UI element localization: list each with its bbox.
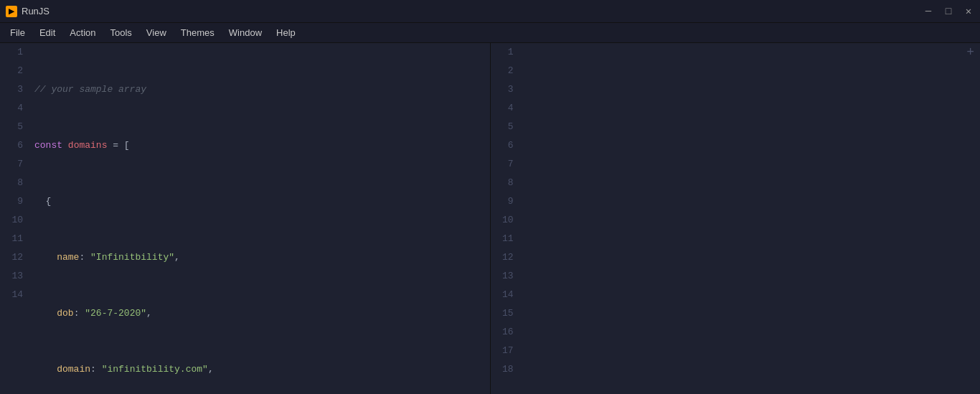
right-line-numbers: 1 2 3 4 5 6 7 8 9 10 11 12 13 14 15 16 1… bbox=[491, 43, 519, 394]
line-num-4: 4 bbox=[6, 99, 23, 118]
r-line-num-10: 10 bbox=[496, 211, 514, 230]
r-line-num-2: 2 bbox=[496, 62, 514, 80]
r-code-line-2 bbox=[525, 136, 975, 155]
line-num-8: 8 bbox=[6, 174, 23, 192]
r-code-line-3 bbox=[525, 192, 975, 211]
line-num-11: 11 bbox=[6, 230, 23, 248]
line-num-5: 5 bbox=[6, 118, 23, 136]
r-code-line-4 bbox=[525, 248, 975, 267]
r-line-num-18: 18 bbox=[496, 360, 514, 379]
code-line-3: { bbox=[34, 192, 484, 211]
menu-view[interactable]: View bbox=[139, 24, 174, 41]
left-code-content[interactable]: // your sample array const domains = [ {… bbox=[29, 43, 490, 394]
r-line-num-12: 12 bbox=[496, 248, 514, 267]
r-line-num-8: 8 bbox=[496, 174, 514, 192]
r-line-num-14: 14 bbox=[496, 286, 514, 304]
r-code-line-5 bbox=[525, 304, 975, 323]
code-line-5: dob: "26-7-2020", bbox=[34, 304, 484, 323]
app-icon: ▶ bbox=[6, 6, 17, 17]
line-num-1: 1 bbox=[6, 43, 23, 62]
r-line-num-11: 11 bbox=[496, 230, 514, 248]
menu-edit[interactable]: Edit bbox=[32, 24, 62, 41]
code-line-1: // your sample array bbox=[34, 80, 484, 99]
r-line-num-7: 7 bbox=[496, 155, 514, 174]
line-num-9: 9 bbox=[6, 192, 23, 211]
menu-window[interactable]: Window bbox=[222, 24, 269, 41]
r-line-num-3: 3 bbox=[496, 80, 514, 99]
menu-action[interactable]: Action bbox=[62, 24, 103, 41]
r-code-line-1 bbox=[525, 80, 975, 99]
r-line-num-13: 13 bbox=[496, 267, 514, 286]
right-editor-pane: 1 2 3 4 5 6 7 8 9 10 11 12 13 14 15 16 1… bbox=[491, 43, 981, 394]
line-num-2: 2 bbox=[6, 62, 23, 80]
left-code-area: 1 2 3 4 5 6 7 8 9 10 11 12 13 14 // your… bbox=[0, 43, 490, 394]
menu-tools[interactable]: Tools bbox=[103, 24, 139, 41]
line-num-10: 10 bbox=[6, 211, 23, 230]
code-line-6: domain: "infinitbility.com", bbox=[34, 360, 484, 379]
r-line-num-17: 17 bbox=[496, 342, 514, 360]
menu-file[interactable]: File bbox=[3, 24, 32, 41]
menu-help[interactable]: Help bbox=[269, 24, 303, 41]
r-line-num-9: 9 bbox=[496, 192, 514, 211]
r-line-num-16: 16 bbox=[496, 323, 514, 342]
left-editor-pane[interactable]: 1 2 3 4 5 6 7 8 9 10 11 12 13 14 // your… bbox=[0, 43, 491, 394]
menu-bar: File Edit Action Tools View Themes Windo… bbox=[0, 23, 980, 43]
line-num-3: 3 bbox=[6, 80, 23, 99]
add-pane-button[interactable]: + bbox=[966, 43, 974, 62]
right-code-area: 1 2 3 4 5 6 7 8 9 10 11 12 13 14 15 16 1… bbox=[491, 43, 981, 394]
code-line-2: const domains = [ bbox=[34, 136, 484, 155]
menu-themes[interactable]: Themes bbox=[174, 24, 222, 41]
r-line-num-1: 1 bbox=[496, 43, 514, 62]
line-num-13: 13 bbox=[6, 267, 23, 286]
editor-container: 1 2 3 4 5 6 7 8 9 10 11 12 13 14 // your… bbox=[0, 43, 980, 394]
line-num-14: 14 bbox=[6, 286, 23, 304]
right-code-content: { name: 'Infinitbility', dob: '26-7-2020… bbox=[519, 43, 981, 394]
line-num-12: 12 bbox=[6, 248, 23, 267]
left-line-numbers: 1 2 3 4 5 6 7 8 9 10 11 12 13 14 bbox=[0, 43, 29, 394]
title-bar: ▶ RunJS ─ □ ✕ bbox=[0, 0, 980, 23]
r-line-num-5: 5 bbox=[496, 118, 514, 136]
app-title: RunJS bbox=[22, 6, 923, 17]
window-controls: ─ □ ✕ bbox=[923, 6, 974, 17]
r-line-num-4: 4 bbox=[496, 99, 514, 118]
line-num-6: 6 bbox=[6, 136, 23, 155]
close-button[interactable]: ✕ bbox=[963, 6, 974, 17]
maximize-button[interactable]: □ bbox=[943, 6, 954, 17]
r-code-line-6 bbox=[525, 360, 975, 379]
r-line-num-6: 6 bbox=[496, 136, 514, 155]
minimize-button[interactable]: ─ bbox=[923, 6, 934, 17]
code-line-4: name: "Infinitbility", bbox=[34, 248, 484, 267]
r-line-num-15: 15 bbox=[496, 304, 514, 323]
line-num-7: 7 bbox=[6, 155, 23, 174]
